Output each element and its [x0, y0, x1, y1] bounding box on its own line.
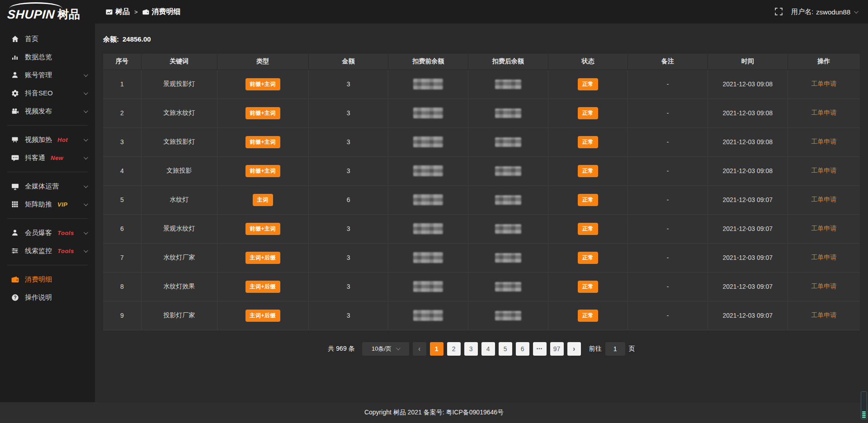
table-header-row: 序号 关键词 类型 金额 扣费前余额 扣费后余额 状态 备注 时间 操作 [103, 54, 860, 70]
cell-post-balance [468, 99, 548, 127]
cell-status: 正常 [548, 272, 628, 301]
blurred-balance [495, 224, 521, 234]
cell-type: 前缀+主词 [217, 99, 308, 127]
main-content: 余额: 24856.00 序号 关键词 类型 金额 [95, 24, 868, 402]
header-post-balance: 扣费后余额 [468, 54, 548, 70]
goto-page-input[interactable] [605, 342, 625, 356]
next-page-button[interactable]: › [567, 342, 581, 356]
type-badge: 前缀+主词 [245, 78, 281, 90]
work-order-link[interactable]: 工单申请 [811, 282, 836, 290]
blurred-balance [495, 108, 521, 118]
cell-action: 工单申请 [788, 70, 860, 99]
blurred-balance [495, 253, 521, 263]
sidebar-item-doketong[interactable]: 抖客通 New [0, 149, 95, 167]
page-button-5[interactable]: 5 [499, 342, 512, 356]
sidebar-item-matrix-boost[interactable]: 矩阵助推 VIP [0, 195, 95, 213]
status-badge: 正常 [578, 165, 598, 177]
breadcrumb-item-home[interactable]: 树品 [106, 7, 130, 17]
monitor-icon [11, 182, 19, 190]
sidebar-item-data-overview[interactable]: 数据总览 [0, 48, 95, 66]
consumption-table: 序号 关键词 类型 金额 扣费前余额 扣费后余额 状态 备注 时间 操作 [103, 54, 860, 330]
blurred-balance [413, 223, 443, 234]
sidebar-item-label: 抖客通 [25, 154, 45, 162]
table-row: 3 文旅投影灯 前缀+主词 3 正常 - 2021-12-03 09:08 工单… [103, 127, 860, 156]
work-order-link[interactable]: 工单申请 [811, 225, 836, 232]
cell-type: 前缀+主词 [217, 214, 308, 243]
cell-post-balance [468, 127, 548, 156]
sidebar-item-label: 消费明细 [25, 275, 52, 284]
header-type: 类型 [217, 54, 308, 70]
header-pre-balance: 扣费前余额 [388, 54, 468, 70]
svg-text:?: ? [14, 295, 16, 300]
report-icon [106, 9, 113, 15]
grid-icon [11, 200, 19, 208]
work-order-link[interactable]: 工单申请 [811, 254, 836, 261]
billboard-icon [11, 136, 19, 144]
cell-pre-balance [388, 301, 468, 330]
status-badge: 正常 [578, 281, 598, 293]
sidebar-item-home[interactable]: 首页 [0, 30, 95, 48]
cell-status: 正常 [548, 301, 628, 330]
prev-page-button[interactable]: ‹ [413, 342, 426, 356]
chevron-down-icon [84, 108, 88, 113]
blurred-balance [413, 310, 443, 321]
home-icon [11, 35, 19, 43]
sidebar-item-instructions[interactable]: ? 操作说明 [0, 288, 95, 306]
sidebar-item-media-operation[interactable]: 全媒体运营 [0, 177, 95, 195]
sidebar-item-member-burst[interactable]: 会员爆客 Tools [0, 224, 95, 242]
cell-type: 前缀+主词 [217, 127, 308, 156]
table-row: 5 水纹灯 主词 6 正常 - 2021-12-03 09:07 工单申请 [103, 185, 860, 214]
cell-remark: - [628, 301, 708, 330]
work-order-link[interactable]: 工单申请 [811, 80, 836, 87]
work-order-link[interactable]: 工单申请 [811, 311, 836, 319]
cell-pre-balance [388, 70, 468, 99]
type-badge: 主词+后缀 [245, 252, 281, 264]
header-amount: 金额 [308, 54, 388, 70]
cell-index: 6 [103, 214, 141, 243]
more-pages-button[interactable]: ••• [533, 342, 547, 356]
cell-amount: 6 [308, 185, 388, 214]
page-button-97[interactable]: 97 [550, 342, 564, 356]
sidebar-item-douyin-seo[interactable]: 抖音SEO [0, 84, 95, 102]
sidebar-item-account-mgmt[interactable]: 账号管理 [0, 66, 95, 84]
sidebar-item-label: 抖音SEO [25, 89, 53, 98]
cell-amount: 3 [308, 243, 388, 272]
cell-time: 2021-12-03 09:08 [708, 127, 788, 156]
work-order-link[interactable]: 工单申请 [811, 109, 836, 116]
work-order-link[interactable]: 工单申请 [811, 138, 836, 145]
work-order-link[interactable]: 工单申请 [811, 167, 836, 174]
page-size-select[interactable]: 10条/页 [362, 342, 409, 356]
sidebar-item-video-heating[interactable]: 视频加热 Hot [0, 131, 95, 149]
cell-remark: - [628, 243, 708, 272]
vip-tag: VIP [57, 201, 67, 208]
blurred-balance [413, 108, 443, 118]
page-button-6[interactable]: 6 [516, 342, 529, 356]
header-status: 状态 [548, 54, 628, 70]
chevron-down-icon [84, 202, 88, 206]
sidebar-item-video-publish[interactable]: 视频发布 [0, 102, 95, 120]
new-tag: New [51, 155, 63, 161]
pagination: 共 969 条 10条/页 ‹ 1 2 3 4 5 6 ••• 97 › [103, 342, 860, 356]
page-button-4[interactable]: 4 [481, 342, 495, 356]
blurred-balance [413, 252, 443, 263]
cell-amount: 3 [308, 301, 388, 330]
cell-amount: 3 [308, 272, 388, 301]
comment-icon [11, 154, 19, 162]
cell-index: 9 [103, 301, 141, 330]
page-button-3[interactable]: 3 [464, 342, 478, 356]
cell-time: 2021-12-03 09:08 [708, 99, 788, 127]
cell-status: 正常 [548, 70, 628, 99]
cell-action: 工单申请 [788, 243, 860, 272]
cell-pre-balance [388, 272, 468, 301]
page-button-1[interactable]: 1 [430, 342, 443, 356]
cell-action: 工单申请 [788, 272, 860, 301]
user-menu[interactable]: 用户名: zswodun88 [791, 8, 857, 16]
page-button-2[interactable]: 2 [447, 342, 461, 356]
cell-remark: - [628, 156, 708, 185]
fullscreen-icon[interactable] [775, 8, 783, 16]
work-order-link[interactable]: 工单申请 [811, 196, 836, 203]
breadcrumb-item-current[interactable]: 消费明细 [142, 7, 181, 17]
sidebar-item-lead-monitor[interactable]: 线索监控 Tools [0, 242, 95, 260]
sidebar-item-consumption-detail[interactable]: 消费明细 [0, 270, 95, 288]
cell-post-balance [468, 214, 548, 243]
